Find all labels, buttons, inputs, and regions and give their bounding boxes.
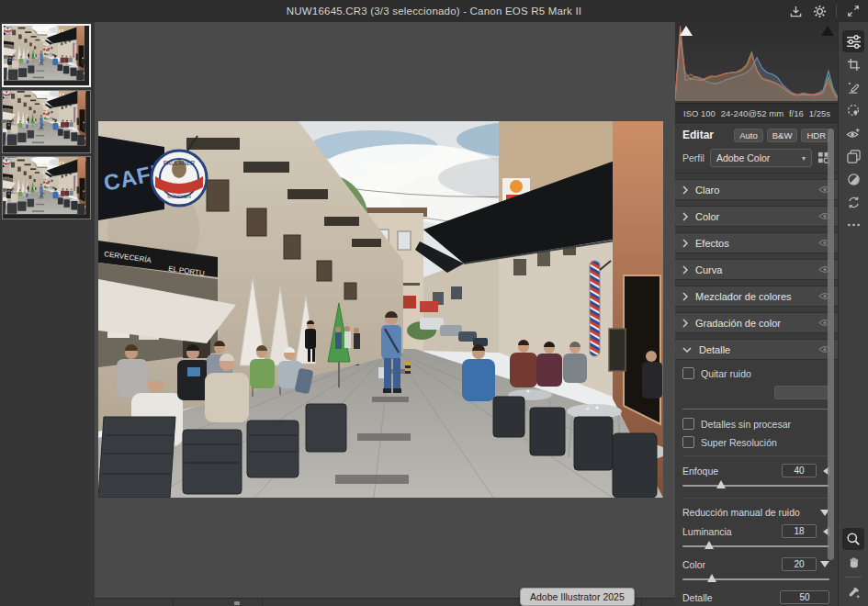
dock-tooltip: Adobe Illustrator 2025 (520, 588, 635, 606)
quitar-ruido-checkbox[interactable] (682, 367, 694, 379)
luminancia-label: Luminancia (682, 526, 782, 537)
histogram (675, 22, 839, 104)
document-title: NUW16645.CR3 (3/3 seleccionado) - Canon … (287, 6, 581, 17)
quitar-ruido-label: Quitar ruido (701, 368, 751, 379)
color-noise-value-input[interactable] (782, 557, 817, 571)
filmstrip (0, 22, 95, 606)
titlebar: NUW16645.CR3 (3/3 seleccionado) - Canon … (0, 0, 868, 23)
section-mezclador[interactable]: Mezclador de colores (675, 286, 839, 307)
section-label: Curva (695, 264, 818, 275)
section-efectos[interactable]: Efectos (675, 232, 839, 253)
healing-tool[interactable] (842, 76, 864, 98)
edit-sliders-tool[interactable] (842, 30, 864, 52)
download-icon[interactable] (788, 4, 803, 18)
fullscreen-expand-icon[interactable] (846, 4, 861, 18)
color-noise-slider[interactable] (682, 574, 829, 584)
tool-column (838, 22, 868, 606)
profile-value: Adobe Color (716, 152, 770, 163)
edit-panel: ISO 100 24-240@52 mm f/16 1/25s Editar A… (675, 22, 839, 606)
enfoque-slider[interactable] (682, 480, 829, 490)
highlight-clipping-triangle[interactable] (821, 26, 834, 36)
zoom-tool[interactable] (842, 528, 864, 550)
section-label: Color (695, 211, 818, 222)
super-resolucion-checkbox[interactable] (682, 436, 694, 448)
camera-raw-window: CAFÉ PAULANER MÜNCHEN CERVECERÍA EL PORT… (0, 0, 868, 606)
section-label: Efectos (695, 238, 818, 249)
section-detalle[interactable]: Detalle (675, 339, 839, 360)
section-label: Mezclador de colores (695, 291, 818, 302)
panel-scrollbar[interactable] (828, 129, 834, 560)
more-tools[interactable] (842, 214, 864, 236)
section-gradacion[interactable]: Gradación de color (675, 312, 839, 333)
hand-tool[interactable] (842, 551, 864, 573)
luminancia-value-input[interactable] (782, 524, 817, 538)
thumbnail-3[interactable] (2, 156, 91, 219)
exif-strip: ISO 100 24-240@52 mm f/16 1/25s (675, 104, 839, 123)
section-curva[interactable]: Curva (675, 259, 839, 280)
profile-select[interactable]: Adobe Color ▾ (710, 149, 812, 167)
crop-tool[interactable] (842, 53, 864, 75)
manual-noise-header: Reducción manual de ruido (682, 507, 820, 518)
profile-label: Perfil (682, 152, 705, 163)
section-label: Gradación de color (695, 318, 818, 329)
shadow-clipping-triangle[interactable] (680, 26, 693, 36)
partial-dock-icon (234, 601, 240, 605)
bw-button[interactable]: B&W (767, 129, 798, 142)
luminancia-slider[interactable] (682, 541, 829, 551)
exif-shutter: 1/25s (809, 108, 830, 118)
red-eye-tool[interactable] (842, 122, 864, 144)
sync-tool[interactable] (842, 191, 864, 213)
color-noise-label: Color (682, 559, 782, 570)
tooltip-text: Adobe Illustrator 2025 (530, 591, 625, 602)
section-color[interactable]: Color (675, 206, 839, 227)
chevron-down-icon: ▾ (802, 154, 806, 163)
exif-iso: ISO 100 (683, 108, 716, 118)
detalle-noise-label: Detalle (682, 592, 780, 603)
section-claro[interactable]: Claro (675, 179, 839, 200)
tone-circle-tool[interactable] (842, 168, 864, 190)
presets-tool[interactable] (842, 145, 864, 167)
section-label: Claro (695, 185, 818, 196)
exif-aperture: f/16 (789, 108, 804, 118)
super-resolucion-label: Super Resolución (701, 437, 777, 448)
white-balance-eyedropper-tool[interactable] (842, 581, 864, 603)
auto-button[interactable]: Auto (734, 129, 763, 142)
detalles-sin-procesar-checkbox[interactable] (682, 418, 694, 430)
thumbnail-1[interactable] (2, 24, 91, 87)
section-label: Detalle (699, 344, 818, 355)
detalle-noise-value-input[interactable] (780, 590, 829, 604)
color-noise-disclosure-triangle[interactable] (820, 561, 829, 567)
exif-lens: 24-240@52 mm (721, 108, 783, 118)
denoise-amount-box-disabled (774, 386, 829, 399)
enfoque-value-input[interactable] (782, 464, 817, 477)
titlebar-separator (836, 5, 837, 17)
detalles-sin-procesar-label: Detalles sin procesar (701, 419, 791, 430)
photo-street-scene[interactable] (98, 121, 663, 498)
thumbnail-2[interactable] (2, 90, 91, 153)
panel-title: Editar (682, 129, 730, 141)
masking-tool[interactable] (842, 99, 864, 121)
settings-gear-icon[interactable] (812, 4, 827, 18)
enfoque-label: Enfoque (682, 466, 782, 477)
